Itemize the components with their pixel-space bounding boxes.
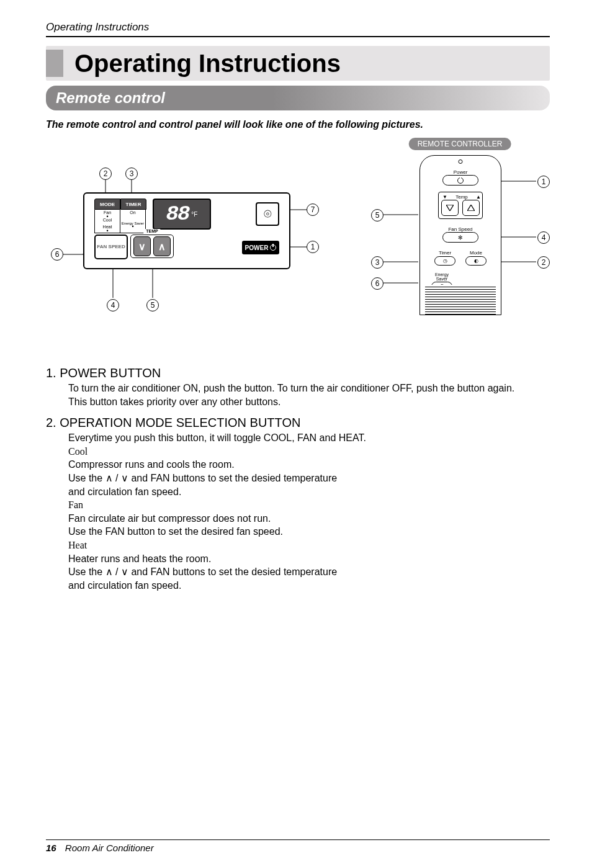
- ind-cool: Cool: [103, 218, 112, 222]
- remote-body: Power ▼ Temp ▲: [419, 155, 501, 315]
- remote-badge: REMOTE CONTROLLER: [409, 138, 511, 150]
- r-callout-4: 4: [537, 231, 550, 244]
- heat-line1: Heater runs and heats the room.: [68, 552, 550, 566]
- remote-fanspeed-button[interactable]: ✻: [442, 232, 478, 243]
- lcd-display: 88 °F: [153, 199, 211, 230]
- r-callout-6: 6: [371, 277, 383, 290]
- cool-line1: Compressor runs and cools the room.: [68, 458, 550, 472]
- callout-5: 5: [146, 299, 159, 311]
- svg-marker-17: [467, 205, 475, 211]
- lcd-value: 88: [166, 202, 189, 226]
- remote-figure: REMOTE CONTROLLER Power: [370, 155, 550, 329]
- lead-text: The remote control and control panel wil…: [46, 119, 550, 130]
- remote-fanspeed-label: Fan Speed: [420, 226, 501, 232]
- fan-line1: Fan circulate air but compressor does no…: [68, 512, 550, 526]
- remote-timer-button[interactable]: ◷: [434, 256, 455, 266]
- remote-energysaver-label: Energy Saver: [431, 272, 452, 281]
- remote-power-button[interactable]: [442, 175, 478, 186]
- sec1-line1: To turn the air conditioner ON, push the…: [68, 382, 550, 395]
- remote-power-icon: [457, 177, 464, 184]
- control-panel: MODE TIMER Fan Cool Heat O: [83, 192, 290, 269]
- tri-up-glyph: ▲: [476, 194, 481, 200]
- mode-icon: ◐: [474, 258, 478, 264]
- temp-label: TEMP: [143, 229, 160, 233]
- power-icon: [270, 244, 276, 251]
- r-callout-3: 3: [371, 256, 383, 269]
- callout-7: 7: [307, 204, 319, 216]
- title-accent: [46, 50, 63, 77]
- fan-line2: Use the FAN button to set the desired fa…: [68, 525, 550, 539]
- power-button[interactable]: POWER: [242, 241, 279, 254]
- temp-up-button[interactable]: ∧: [153, 236, 171, 256]
- callout-1: 1: [307, 241, 319, 253]
- section-heading-remote: Remote control: [46, 86, 550, 110]
- page-title: Operating Instructions: [63, 50, 341, 77]
- section-2-heading: 2. OPERATION MODE SELECTION BUTTON: [46, 416, 550, 430]
- temp-group: TEMP ∨ ∧: [130, 235, 174, 258]
- tri-down-glyph: ▼: [442, 194, 447, 200]
- remote-temp-label: Temp: [455, 194, 468, 200]
- diagram-area: MODE TIMER Fan Cool Heat O: [46, 155, 550, 329]
- section-1-heading: 1. POWER BUTTON: [46, 366, 550, 380]
- mode-indicators: Fan Cool Heat On Energy Saver: [94, 210, 146, 233]
- lcd-unit: °F: [191, 211, 197, 218]
- r-callout-5: 5: [371, 209, 383, 221]
- cool-line3: and circulation fan speed.: [68, 485, 550, 499]
- mode-fan-name: Fan: [68, 498, 550, 512]
- power-label: POWER: [245, 244, 269, 251]
- remote-temp-group: ▼ Temp ▲: [438, 192, 483, 219]
- callout-2: 2: [99, 168, 112, 180]
- ir-emitter: [459, 159, 463, 164]
- ir-icon: ⦾: [256, 202, 279, 226]
- remote-mode-label: Mode: [465, 250, 487, 256]
- remote-power-label: Power: [420, 169, 501, 175]
- r-callout-1: 1: [537, 176, 550, 188]
- mode-button[interactable]: MODE: [94, 199, 120, 210]
- remote-mode-button[interactable]: ◐: [465, 256, 487, 266]
- heat-line2: Use the ∧ / ∨ and FAN buttons to set the…: [68, 565, 550, 579]
- ind-es-dot: [120, 225, 145, 228]
- remote-temp-down[interactable]: [441, 200, 459, 216]
- callout-6: 6: [51, 248, 63, 261]
- ind-on: On: [130, 210, 135, 215]
- page-number: 16: [46, 843, 56, 853]
- r-callout-2: 2: [537, 256, 550, 269]
- fan-icon: ✻: [458, 235, 463, 241]
- sec1-line2: This button takes priority over any othe…: [68, 395, 550, 409]
- mode-heat-name: Heat: [68, 539, 550, 552]
- timer-button[interactable]: TIMER: [120, 199, 146, 210]
- fan-speed-button[interactable]: FAN SPEED: [94, 235, 128, 259]
- ind-heat-dot: [95, 230, 120, 233]
- callout-4: 4: [107, 299, 119, 311]
- callout-3: 3: [125, 168, 138, 180]
- remote-timer-label: Timer: [434, 250, 455, 256]
- sec2-intro: Everytime you push this button, it will …: [68, 431, 550, 445]
- cool-line2: Use the ∧ / ∨ and FAN buttons to set the…: [68, 472, 550, 485]
- ir-glyph: ⦾: [264, 208, 272, 220]
- mode-cool-name: Cool: [68, 445, 550, 459]
- page-footer: 16 Room Air Conditioner: [46, 839, 550, 853]
- remote-grip: [425, 285, 496, 315]
- running-header: Operating Instructions: [46, 21, 550, 34]
- footer-rule: [46, 839, 550, 840]
- temp-down-button[interactable]: ∨: [133, 236, 151, 256]
- title-banner: Operating Instructions: [46, 46, 550, 81]
- control-panel-figure: MODE TIMER Fan Cool Heat O: [46, 155, 307, 316]
- remote-temp-up[interactable]: [462, 200, 480, 216]
- footer-title: Room Air Conditioner: [65, 843, 154, 853]
- header-rule: [46, 36, 550, 37]
- clock-icon: ◷: [443, 258, 447, 264]
- heat-line3: and circulation fan speed.: [68, 579, 550, 593]
- svg-marker-16: [446, 205, 454, 211]
